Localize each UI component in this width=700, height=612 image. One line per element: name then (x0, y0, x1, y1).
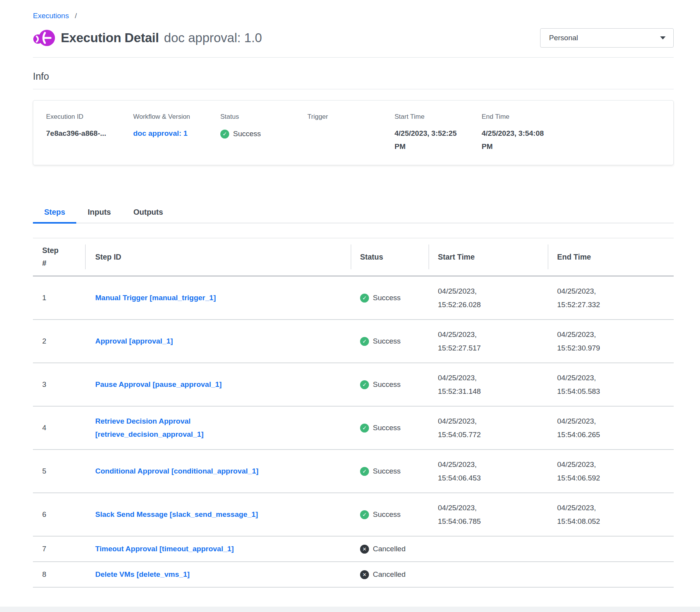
steps-table: Step # Step ID Status Start Time End Tim… (33, 238, 674, 588)
execution-detail-page: Executions / Execution Detail doc approv… (0, 0, 700, 612)
header-separator (351, 244, 351, 269)
step-id-link[interactable]: Manual Trigger [manual_trigger_1] (95, 291, 216, 304)
step-id-link[interactable]: Timeout Approval [timeout_approval_1] (95, 542, 234, 556)
step-number: 5 (42, 467, 46, 475)
info-card: Execution ID 7e8ac396-a868-... Workflow … (33, 100, 674, 165)
status-badge: Success (360, 467, 401, 476)
status-badge: Cancelled (360, 545, 406, 554)
info-field-end-time: End Time 4/25/2023, 3:54:08 PM (482, 113, 669, 153)
check-circle-icon (360, 467, 369, 476)
column-header-step-number: Step # (33, 238, 85, 275)
table-row: 6 Slack Send Message [slack_send_message… (33, 493, 674, 537)
scope-dropdown-value: Personal (549, 34, 578, 42)
x-circle-icon (360, 570, 369, 579)
tab-inputs[interactable]: Inputs (76, 204, 122, 223)
column-header-start-time: Start Time (429, 238, 548, 275)
header-separator (85, 244, 86, 269)
workflow-version-link[interactable]: doc approval: 1 (133, 129, 187, 137)
step-id-link[interactable]: Pause Approval [pause_approval_1] (95, 378, 222, 391)
page-subtitle: doc approval: 1.0 (164, 31, 262, 45)
table-row: 5 Conditional Approval [conditional_appr… (33, 450, 674, 493)
check-circle-icon (360, 294, 369, 303)
check-circle-icon (360, 510, 369, 519)
step-id-link[interactable]: Retrieve Decision Approval [retrieve_dec… (95, 415, 289, 441)
column-header-end-time: End Time (548, 238, 674, 275)
check-circle-icon (360, 424, 369, 433)
title-divider (33, 57, 674, 58)
table-row: 3 Pause Approval [pause_approval_1] Succ… (33, 363, 674, 407)
step-number: 4 (42, 424, 46, 432)
table-row: 2 Approval [approval_1] Success 04/25/20… (33, 320, 674, 363)
info-field-start-time: Start Time 4/25/2023, 3:52:25 PM (395, 113, 482, 153)
end-time-cell: 04/25/2023, 15:54:08.052 (557, 501, 616, 528)
status-badge: Success (360, 337, 401, 346)
status-badge: Success (360, 380, 401, 389)
end-time-cell: 04/25/2023, 15:54:06.592 (557, 458, 616, 485)
start-time-cell: 04/25/2023, 15:54:05.772 (438, 414, 497, 441)
status-badge: Success (220, 127, 261, 140)
step-number: 6 (42, 510, 46, 519)
check-circle-icon (360, 337, 369, 346)
tab-steps[interactable]: Steps (33, 204, 76, 223)
header-separator (548, 244, 548, 269)
title-row: Execution Detail doc approval: 1.0 Perso… (33, 28, 674, 48)
step-id-link[interactable]: Approval [approval_1] (95, 335, 173, 348)
info-field-trigger: Trigger (307, 113, 395, 153)
table-row: 8 Delete VMs [delete_vms_1] Cancelled (33, 562, 674, 588)
check-circle-icon (220, 130, 229, 138)
workflow-branch-icon (33, 28, 55, 48)
status-badge: Success (360, 294, 401, 303)
status-badge: Success (360, 510, 401, 519)
step-number: 3 (42, 380, 46, 389)
end-time-cell: 04/25/2023, 15:52:30.979 (557, 328, 616, 355)
step-number: 2 (42, 337, 46, 345)
start-time-cell: 04/25/2023, 15:52:26.028 (438, 284, 497, 311)
table-row: 7 Timeout Approval [timeout_approval_1] … (33, 537, 674, 562)
end-time-cell: 04/25/2023, 15:54:05.583 (557, 371, 616, 398)
start-time-cell: 04/25/2023, 15:54:06.453 (438, 458, 497, 485)
column-header-status: Status (351, 238, 429, 275)
step-number: 8 (42, 570, 46, 579)
table-row: 4 Retrieve Decision Approval [retrieve_d… (33, 407, 674, 450)
info-field-status: Status Success (220, 113, 307, 153)
status-badge: Cancelled (360, 570, 406, 579)
start-time-cell: 04/25/2023, 15:52:31.148 (438, 371, 497, 398)
breadcrumb-separator: / (75, 12, 77, 20)
breadcrumb: Executions / (33, 0, 674, 20)
step-id-link[interactable]: Delete VMs [delete_vms_1] (95, 568, 190, 581)
end-time-cell: 04/25/2023, 15:52:27.332 (557, 284, 616, 311)
scope-dropdown[interactable]: Personal (540, 28, 674, 48)
step-number: 1 (42, 294, 46, 302)
table-header-row: Step # Step ID Status Start Time End Tim… (33, 238, 674, 277)
header-separator (429, 244, 429, 269)
start-time-cell: 04/25/2023, 15:54:06.785 (438, 501, 497, 528)
start-time-cell: 04/25/2023, 15:52:27.517 (438, 328, 497, 355)
info-field-workflow-version: Workflow & Version doc approval: 1 (133, 113, 220, 153)
footer-strip (0, 607, 700, 612)
page-title: Execution Detail (61, 31, 159, 45)
table-body: 1 Manual Trigger [manual_trigger_1] Succ… (33, 277, 674, 588)
check-circle-icon (360, 380, 369, 389)
step-number: 7 (42, 545, 46, 553)
step-id-link[interactable]: Conditional Approval [conditional_approv… (95, 465, 259, 478)
column-header-step-id: Step ID (85, 238, 351, 275)
table-row: 1 Manual Trigger [manual_trigger_1] Succ… (33, 277, 674, 320)
breadcrumb-executions-link[interactable]: Executions (33, 12, 69, 20)
x-circle-icon (360, 545, 369, 554)
info-divider (33, 89, 674, 89)
status-badge: Success (360, 424, 401, 433)
end-time-cell: 04/25/2023, 15:54:06.265 (557, 414, 616, 441)
info-field-execution-id: Execution ID 7e8ac396-a868-... (46, 113, 133, 153)
info-heading: Info (33, 71, 674, 82)
tab-outputs[interactable]: Outputs (122, 204, 174, 223)
tabs-bar: Steps Inputs Outputs (33, 204, 674, 223)
chevron-down-icon (660, 36, 666, 39)
step-id-link[interactable]: Slack Send Message [slack_send_message_1… (95, 508, 258, 521)
